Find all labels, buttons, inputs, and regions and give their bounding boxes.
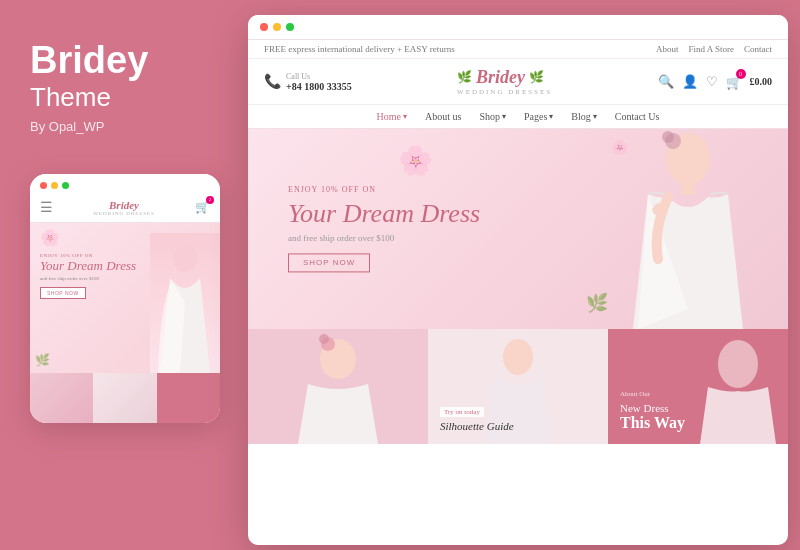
mobile-logo-name: Bridey [93,199,155,211]
nav-pages[interactable]: Pages ▾ [524,111,553,122]
nav-about-label: About us [425,111,461,122]
call-number: +84 1800 33355 [286,81,352,92]
thumbnail-3-title-sub: This Way [620,414,685,432]
svg-point-9 [319,334,329,344]
mobile-bride-image [150,233,220,373]
thumbnail-3-overlay: About Our New Dress This Way [620,390,685,432]
nav-about[interactable]: About us [425,111,461,122]
thumbnail-3-title: New Dress This Way [620,402,685,432]
mobile-title-bar [30,174,220,193]
hero-discount-text: ENJOY 10% OFF ON [288,185,480,194]
mobile-mockup: ☰ Bridey WEDDING DRESSES 🛒 2 🌸 ENJOY 10%… [30,174,220,423]
cart-price: £0.00 [750,76,773,87]
header-logo: 🌿 Bridey 🌿 WEDDING DRESSES [457,67,552,96]
topbar-about-link[interactable]: About [656,44,679,54]
browser-minimize-dot[interactable] [273,23,281,31]
mobile-hero-content: ENJOY 10% OFF ON Your Dream Dress and fr… [40,253,136,300]
browser-title-bar [248,15,788,40]
brand-name: Bridey [30,40,148,82]
mobile-thumb-1 [30,373,93,423]
nav-blog[interactable]: Blog ▾ [571,111,596,122]
wishlist-icon[interactable]: ♡ [706,74,718,90]
header-call-info: Call Us +84 1800 33355 [286,72,352,92]
mobile-hero-sub: and free ship order over $100 [40,276,136,281]
search-icon[interactable]: 🔍 [658,74,674,90]
mobile-thumbnails [30,373,220,423]
mobile-thumb-2 [93,373,156,423]
topbar-contact-link[interactable]: Contact [744,44,772,54]
mobile-maximize-dot [62,182,69,189]
mobile-shop-button[interactable]: SHOP NOW [40,287,86,299]
nav-blog-chevron-icon: ▾ [593,112,597,121]
nav-shop[interactable]: Shop ▾ [479,111,506,122]
hero-shop-button[interactable]: SHOP NOW [288,254,370,273]
topbar-links: About Find A Store Contact [656,44,772,54]
thumbnail-2[interactable]: Try on today Silhouette Guide [428,329,608,444]
thumbnail-2-tag: Try on today [440,407,484,417]
mobile-logo-sub: WEDDING DRESSES [93,211,155,216]
mobile-logo: Bridey WEDDING DRESSES [93,199,155,216]
mobile-bottom-flower-icon: 🌿 [35,353,50,368]
nav-shop-chevron-icon: ▾ [502,112,506,121]
nav-contact-label: Contact Us [615,111,660,122]
nav-blog-label: Blog [571,111,590,122]
logo-name: Bridey [476,67,525,88]
phone-icon: 📞 [264,73,281,90]
site-topbar: FREE express international delivery + EA… [248,40,788,59]
browser-close-dot[interactable] [260,23,268,31]
header-call: 📞 Call Us +84 1800 33355 [264,72,352,92]
mobile-flower-icon: 🌸 [40,228,60,247]
svg-point-3 [662,131,674,143]
header-icons: 🔍 👤 ♡ 🛒 0 £0.00 [658,73,773,91]
hero-content: ENJOY 10% OFF ON Your Dream Dress and fr… [288,185,480,272]
mobile-minimize-dot [51,182,58,189]
mobile-thumb-3 [157,373,220,423]
mobile-nav-bar: ☰ Bridey WEDDING DRESSES 🛒 2 [30,193,220,223]
mobile-hero: 🌸 ENJOY 10% OFF ON Your Dream Dress and … [30,223,220,373]
topbar-store-link[interactable]: Find A Store [688,44,734,54]
thumbnails-row: Try on today Silhouette Guide About Our … [248,329,788,444]
nav-pages-chevron-icon: ▾ [549,112,553,121]
mobile-cart-icon[interactable]: 🛒 2 [195,200,210,215]
nav-home[interactable]: Home ▾ [377,111,407,122]
brand-by: By Opal_WP [30,119,104,134]
account-icon[interactable]: 👤 [682,74,698,90]
nav-pages-label: Pages [524,111,547,122]
site-nav: Home ▾ About us Shop ▾ Pages ▾ Blog ▾ Co… [248,105,788,129]
hero-sub-title: and free ship order over $100 [288,234,480,244]
hero-main-title: Your Dream Dress [288,198,480,229]
nav-home-label: Home [377,111,401,122]
mobile-bride-svg [150,233,220,373]
mobile-close-dot [40,182,47,189]
brand-subtitle: Theme [30,82,111,113]
thumbnail-2-title: Silhouette Guide [440,420,514,432]
thumbnail-3-about: About Our [620,390,685,398]
svg-rect-4 [681,183,695,195]
hero-flower-1-icon: 🌸 [398,144,433,177]
nav-contact[interactable]: Contact Us [615,111,660,122]
logo-leaf-right-icon: 🌿 [529,70,544,85]
logo-leaf-left-icon: 🌿 [457,70,472,85]
browser-window: FREE express international delivery + EA… [248,15,788,545]
thumbnail-3[interactable]: About Our New Dress This Way [608,329,788,444]
nav-shop-label: Shop [479,111,500,122]
call-label: Call Us [286,72,352,81]
svg-point-11 [503,339,533,375]
site-hero: ENJOY 10% OFF ON Your Dream Dress and fr… [248,129,788,329]
logo-sub: WEDDING DRESSES [457,88,552,96]
mobile-menu-icon[interactable]: ☰ [40,199,53,216]
thumbnail-1-image [248,329,428,444]
mobile-hero-title: Your Dream Dress [40,258,136,274]
mobile-window-controls [40,182,69,189]
thumbnail-2-overlay: Try on today Silhouette Guide [440,400,514,432]
hero-bride-svg [588,129,768,329]
cart-count-badge: 0 [736,69,746,79]
site-header: 📞 Call Us +84 1800 33355 🌿 Bridey 🌿 WEDD… [248,59,788,105]
browser-maximize-dot[interactable] [286,23,294,31]
svg-point-0 [173,244,197,272]
mobile-cart-badge: 2 [206,196,214,204]
shipping-text: FREE express international delivery + EA… [264,44,455,54]
thumbnail-1[interactable] [248,329,428,444]
cart-wrapper[interactable]: 🛒 0 [726,73,742,91]
left-panel: Bridey Theme By Opal_WP ☰ Bridey WEDDING… [0,0,240,550]
